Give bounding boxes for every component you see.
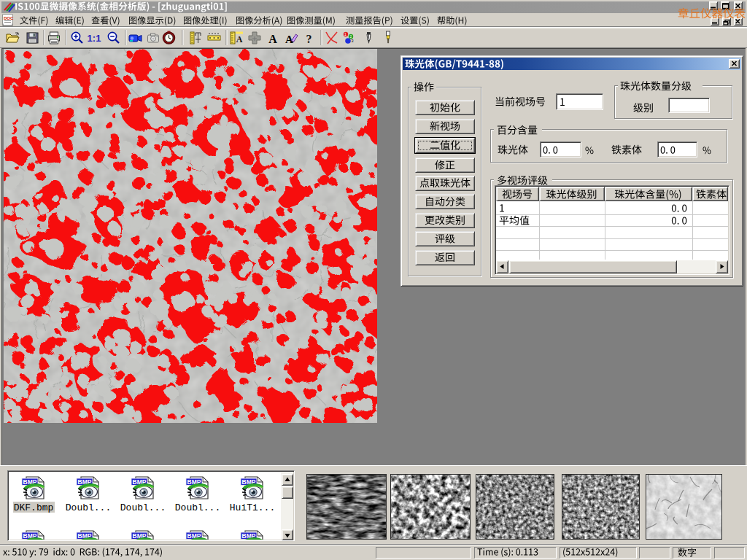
svg-text:Doubl...: Doubl...	[175, 502, 220, 513]
svg-text:DKF.bmp: DKF.bmp	[14, 502, 54, 513]
svg-text:HuiTi...: HuiTi...	[230, 502, 275, 513]
svg-text:Doubl...: Doubl...	[120, 502, 166, 513]
svg-text:Doubl...: Doubl...	[66, 502, 111, 513]
